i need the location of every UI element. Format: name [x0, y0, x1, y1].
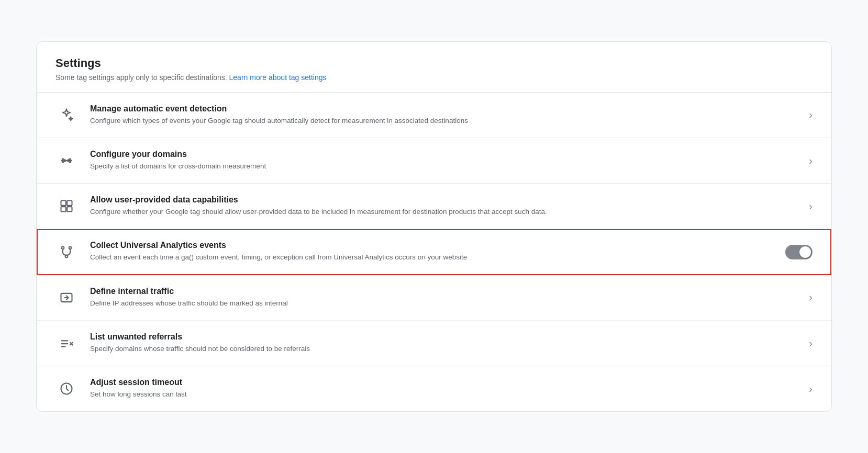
settings-item-collect-ua-events[interactable]: Collect Universal Analytics events Colle… — [37, 229, 831, 275]
item-content-collect-ua-events: Collect Universal Analytics events Colle… — [90, 241, 773, 263]
list-x-icon — [55, 332, 77, 354]
page-title: Settings — [55, 56, 813, 70]
chevron-right-icon: › — [809, 337, 813, 349]
item-title: Configure your domains — [90, 150, 796, 159]
item-action-chevron: › — [809, 109, 813, 121]
settings-item-user-provided-data[interactable]: Allow user-provided data capabilities Co… — [37, 184, 831, 229]
arrows-cross-icon — [55, 150, 77, 172]
item-title: Manage automatic event detection — [90, 104, 796, 114]
item-content-manage-auto-events: Manage automatic event detection Configu… — [90, 104, 796, 126]
chevron-right-icon: › — [809, 200, 813, 212]
item-action-chevron: › — [809, 200, 813, 212]
settings-panel: Settings Some tag settings apply only to… — [36, 41, 832, 412]
arrow-box-icon — [55, 287, 77, 309]
settings-header: Settings Some tag settings apply only to… — [37, 42, 831, 93]
svg-rect-5 — [67, 207, 72, 211]
svg-rect-4 — [61, 207, 66, 211]
item-content-define-internal-traffic: Define internal traffic Define IP addres… — [90, 287, 796, 309]
item-action-chevron: › — [809, 291, 813, 303]
data-grid-icon — [55, 195, 77, 217]
toggle-thumb — [799, 246, 811, 258]
settings-item-configure-domains[interactable]: Configure your domains Specify a list of… — [37, 138, 831, 184]
chevron-right-icon: › — [809, 155, 813, 167]
chevron-right-icon: › — [809, 383, 813, 395]
settings-subtitle: Some tag settings apply only to specific… — [55, 73, 813, 82]
fork-icon — [55, 241, 77, 263]
item-content-adjust-session-timeout: Adjust session timeout Set how long sess… — [90, 378, 796, 400]
item-content-configure-domains: Configure your domains Specify a list of… — [90, 150, 796, 172]
item-description: Configure whether your Google tag should… — [90, 207, 796, 217]
item-title: Allow user-provided data capabilities — [90, 195, 796, 205]
item-content-list-unwanted-referrals: List unwanted referrals Specify domains … — [90, 332, 796, 354]
item-action-chevron: › — [809, 155, 813, 167]
chevron-right-icon: › — [809, 109, 813, 121]
settings-item-list-unwanted-referrals[interactable]: List unwanted referrals Specify domains … — [37, 321, 831, 366]
item-description: Configure which types of events your Goo… — [90, 116, 796, 126]
item-action-chevron: › — [809, 383, 813, 395]
item-description: Collect an event each time a ga() custom… — [90, 252, 773, 263]
item-title: Collect Universal Analytics events — [90, 241, 773, 250]
item-description: Specify domains whose traffic should not… — [90, 344, 796, 354]
item-title: Adjust session timeout — [90, 378, 796, 387]
item-description: Specify a list of domains for cross-doma… — [90, 161, 796, 172]
svg-rect-2 — [61, 201, 66, 206]
ua-events-toggle[interactable] — [785, 245, 813, 259]
item-title: List unwanted referrals — [90, 332, 796, 342]
sparkle-icon — [55, 104, 77, 126]
settings-item-manage-auto-events[interactable]: Manage automatic event detection Configu… — [37, 93, 831, 138]
settings-item-define-internal-traffic[interactable]: Define internal traffic Define IP addres… — [37, 275, 831, 321]
settings-item-adjust-session-timeout[interactable]: Adjust session timeout Set how long sess… — [37, 366, 831, 411]
item-action-chevron: › — [809, 337, 813, 349]
settings-list: Manage automatic event detection Configu… — [37, 93, 831, 412]
item-content-user-provided-data: Allow user-provided data capabilities Co… — [90, 195, 796, 217]
svg-rect-3 — [67, 201, 72, 206]
item-description: Set how long sessions can last — [90, 389, 796, 400]
item-title: Define internal traffic — [90, 287, 796, 296]
item-description: Define IP addresses whose traffic should… — [90, 298, 796, 309]
item-action-toggle[interactable] — [785, 245, 813, 259]
learn-more-link[interactable]: Learn more about tag settings — [229, 73, 327, 82]
chevron-right-icon: › — [809, 291, 813, 303]
clock-icon — [55, 378, 77, 400]
